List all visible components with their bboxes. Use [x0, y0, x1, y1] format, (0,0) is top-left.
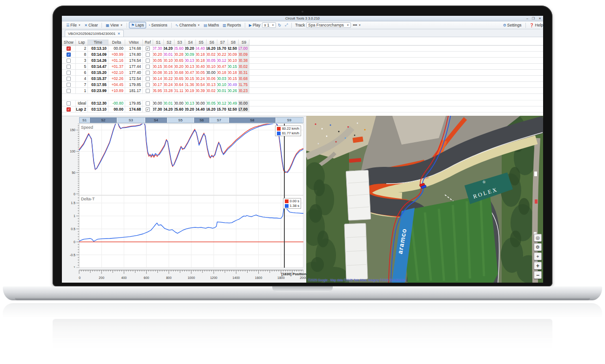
reports-button[interactable]: ▥Reports: [221, 22, 242, 28]
tab-close-icon[interactable]: ✕: [117, 32, 120, 36]
svg-text:1.5: 1.5: [71, 201, 75, 205]
satellite-image: aramco ♔ ROLEX: [306, 116, 543, 283]
maximize-button[interactable]: ❐: [532, 17, 535, 20]
lap-row[interactable]: 603:15.20+02.10177.40+00.08+00.15+00.68+…: [62, 70, 543, 76]
settings-button[interactable]: ⚙Settings: [501, 22, 524, 28]
sector-segment-s1[interactable]: S1: [80, 118, 90, 123]
column-header-s1[interactable]: S1: [153, 40, 164, 45]
sessions-button[interactable]: ◔Sessions: [146, 22, 169, 28]
column-header-s9[interactable]: S9: [239, 40, 249, 45]
maths-button[interactable]: ▤Maths: [202, 22, 221, 28]
map-target-button[interactable]: ◎: [534, 234, 542, 242]
lap-row[interactable]: 403:15.37+02.26172.54+00.14+00.22+00.65+…: [62, 76, 543, 82]
column-header-time[interactable]: Time: [88, 40, 108, 45]
sector-segment-s9[interactable]: S9: [276, 118, 303, 123]
session-tab[interactable]: VBOX202506210954230001 ✕: [65, 30, 124, 37]
show-checkbox[interactable]: [146, 53, 150, 57]
svg-text:100: 100: [70, 150, 75, 153]
show-checkbox[interactable]: [67, 77, 71, 81]
speed-chart[interactable]: 050100150 Speed 60.22 km/h61.77 km/h: [65, 124, 303, 195]
show-checkbox[interactable]: ✓: [67, 46, 71, 51]
show-checkbox[interactable]: ✓: [67, 53, 71, 57]
more-menu[interactable]: •••▼: [351, 22, 363, 28]
sector-segment-s4[interactable]: S4: [145, 118, 168, 123]
laptop-reflection: [0, 302, 605, 363]
show-checkbox[interactable]: ✓: [146, 46, 150, 51]
chevron-down-icon: ▼: [120, 24, 122, 26]
map-controls: ◎ ⚙ ⌖ + −: [534, 234, 542, 279]
svg-text:50: 50: [72, 171, 75, 174]
loop-button[interactable]: ↻: [276, 23, 283, 28]
lap-row[interactable]: 503:14.47+01.37177.44+00.15+00.04+00.20+…: [62, 64, 543, 70]
map-focus-button[interactable]: ⌖: [534, 252, 542, 260]
view-menu[interactable]: ▦View▼: [104, 22, 124, 28]
expand-button[interactable]: ⤢: [283, 22, 289, 28]
x-tick-label: 200: [99, 276, 104, 279]
minimize-button[interactable]: –: [526, 17, 528, 20]
column-header-delta[interactable]: Delta: [108, 40, 125, 45]
close-button[interactable]: ✕: [538, 17, 541, 20]
column-header-show[interactable]: Show: [62, 40, 76, 45]
column-header-s7[interactable]: S7: [217, 40, 228, 45]
sector-bar[interactable]: S1S2S3S4S5S6S7S8S9: [79, 117, 303, 123]
column-header-s5[interactable]: S5: [196, 40, 207, 45]
map-settings-button[interactable]: ⚙: [534, 243, 542, 251]
sector-segment-s5[interactable]: S5: [168, 118, 194, 123]
show-checkbox[interactable]: [146, 101, 150, 106]
column-header-s8[interactable]: S8: [228, 40, 239, 45]
show-checkbox[interactable]: [146, 65, 150, 69]
help-button[interactable]: ❓Help: [528, 22, 543, 28]
column-header-lap[interactable]: Lap: [76, 40, 88, 45]
sector-segment-s8[interactable]: S8: [229, 118, 276, 123]
map-zoom-out-button[interactable]: −: [534, 271, 542, 279]
chevron-down-icon: ▼: [272, 24, 274, 26]
x-tick-label: 800: [166, 276, 172, 279]
show-checkbox[interactable]: [67, 83, 71, 87]
show-checkbox[interactable]: [146, 89, 150, 93]
x-tick-label: 400: [121, 276, 127, 279]
legend-item: 1.38 s: [285, 204, 299, 208]
track-select[interactable]: Spa Francorchamps▼: [306, 22, 351, 28]
sector-segment-s2[interactable]: S2: [90, 118, 117, 123]
x-tick-label: 1800: [277, 276, 285, 279]
channels-menu[interactable]: ∿Channels▼: [174, 22, 202, 28]
show-checkbox[interactable]: [146, 59, 150, 63]
lap-row[interactable]: 703:17.55+04.45179.85+00.17+00.24+00.64+…: [62, 82, 543, 88]
show-checkbox[interactable]: [67, 101, 71, 106]
toolbar-separator: [291, 23, 292, 28]
column-header-s4[interactable]: S4: [185, 40, 196, 45]
laps-button[interactable]: ⚑Laps: [129, 22, 147, 28]
show-checkbox[interactable]: [67, 89, 71, 93]
lap-row[interactable]: 303:14.26+01.16174.54+00.05+00.10+00.65-…: [62, 58, 543, 64]
show-checkbox[interactable]: [146, 71, 150, 75]
column-header-s6[interactable]: S6: [207, 40, 217, 45]
delta-chart[interactable]: -1-0.500.511.5 Delta-T 0.00 s1.38 s: [65, 195, 303, 268]
file-menu[interactable]: ☰File▼: [64, 22, 82, 28]
show-checkbox[interactable]: [67, 65, 71, 69]
delta-chart-title: Delta-T: [81, 197, 95, 201]
track-map[interactable]: aramco ♔ ROLEX: [306, 116, 543, 283]
show-checkbox[interactable]: ✓: [146, 107, 150, 112]
show-checkbox[interactable]: ✓: [67, 107, 71, 112]
column-header-s2[interactable]: S2: [164, 40, 175, 45]
column-header-ref[interactable]: Ref: [143, 40, 153, 45]
clear-button[interactable]: ✕Clear: [82, 22, 100, 28]
sector-segment-s6[interactable]: S6: [194, 118, 210, 123]
lap-row[interactable]: ✓803:14.09+00.99174.80+00.20-00.01+00.28…: [62, 52, 543, 58]
show-checkbox[interactable]: [146, 83, 150, 87]
lap-row[interactable]: ✓Lap 203:13.1000.00174.68✓07.3024.2025.6…: [62, 106, 543, 113]
playback-speed-select[interactable]: x 1▼: [262, 22, 276, 28]
sector-segment-s7[interactable]: S7: [210, 118, 229, 123]
lap-row[interactable]: Ideal03:12.30-00.80179.8500.00-00.0100.0…: [62, 100, 543, 106]
column-header-vmax[interactable]: VMax: [125, 40, 143, 45]
map-zoom-in-button[interactable]: +: [534, 262, 542, 270]
lap-row[interactable]: ✓203:13.1000.00174.68✓07.3024.2025.6020.…: [62, 46, 543, 52]
show-checkbox[interactable]: [146, 77, 150, 81]
show-checkbox[interactable]: [67, 59, 71, 63]
sessions-icon: ◔: [148, 23, 150, 27]
column-header-s3[interactable]: S3: [175, 40, 185, 45]
play-button[interactable]: ▶Play: [247, 22, 262, 28]
lap-row[interactable]: 103:23.99+10.89181.17+05.95+03.28+01.11+…: [62, 88, 543, 94]
sector-segment-s3[interactable]: S3: [117, 118, 145, 123]
show-checkbox[interactable]: [67, 71, 71, 75]
